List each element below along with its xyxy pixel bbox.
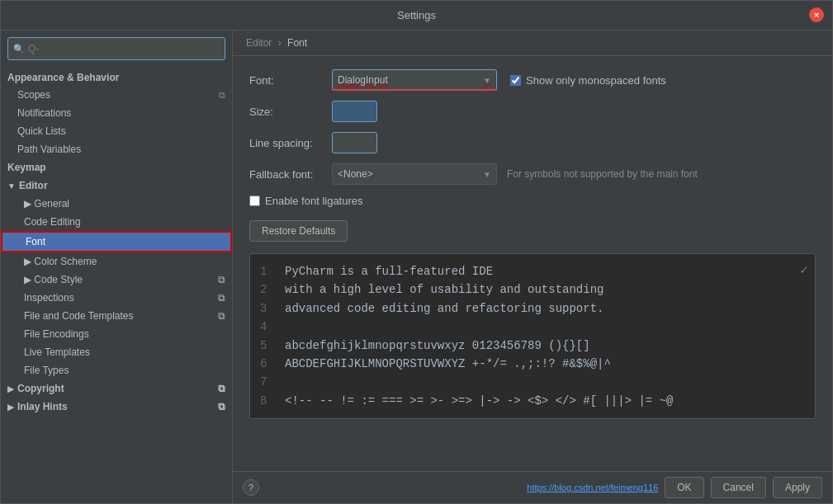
font-underline (332, 89, 497, 91)
settings-dialog: Settings × 🔍 Appearance & Behavior Scope… (0, 0, 833, 504)
sidebar-item-quick-lists[interactable]: Quick Lists (1, 122, 232, 140)
breadcrumb-parent: Editor (246, 37, 272, 49)
sidebar-item-inspections[interactable]: Inspections ⧉ (1, 289, 232, 307)
sidebar-item-path-variables[interactable]: Path Variables (1, 140, 232, 158)
restore-defaults-button[interactable]: Restore Defaults (249, 220, 348, 242)
line-num-3: 3 (260, 299, 277, 318)
search-input[interactable] (28, 43, 220, 54)
font-select-wrapper: DialogInput ▼ (332, 69, 497, 91)
preview-text-3: advanced code editing and refactoring su… (285, 299, 603, 318)
sidebar-item-file-code-templates[interactable]: File and Code Templates ⧉ (1, 307, 232, 325)
sidebar-item-file-encodings[interactable]: File Encodings (1, 325, 232, 343)
monospaced-checkbox[interactable] (510, 75, 521, 86)
font-label: Font: (249, 74, 332, 87)
sidebar-item-copyright[interactable]: ▶ Copyright ⧉ (1, 379, 232, 398)
fallback-label: Fallback font: (249, 168, 332, 181)
preview-line-3: 3 advanced code editing and refactoring … (260, 299, 805, 318)
sidebar-item-keymap[interactable]: Keymap (1, 158, 232, 177)
main-panel: Editor › Font Font: DialogInput ▼ (233, 31, 832, 503)
close-button[interactable]: × (809, 7, 824, 22)
sidebar-item-notifications[interactable]: Notifications (1, 104, 232, 122)
ligatures-checkbox[interactable] (249, 195, 260, 206)
preview-text-6: ABCDEFGHIJKLMNOPQRSTUVWXYZ +-*/= .,;:!? … (285, 355, 611, 373)
cancel-button[interactable]: Cancel (711, 477, 766, 498)
ok-button[interactable]: OK (665, 477, 703, 498)
copy-icon: ⧉ (219, 90, 225, 101)
preview-line-6: 6 ABCDEFGHIJKLMNOPQRSTUVWXYZ +-*/= .,;:!… (260, 355, 805, 373)
sidebar-item-code-style[interactable]: ▶ Code Style ⧉ (1, 271, 232, 289)
bottom-right: https://blog.csdn.net/feimeng116 OK Canc… (527, 477, 822, 498)
size-input[interactable]: 18 (332, 101, 377, 122)
line-num-2: 2 (260, 280, 277, 299)
fallback-note: For symbols not supported by the main fo… (507, 168, 698, 180)
monospaced-row: Show only monospaced fonts (510, 74, 666, 87)
line-num-7: 7 (260, 373, 277, 391)
breadcrumb-current: Font (287, 37, 307, 49)
preview-text-5: abcdefghijklmnopqrstuvwxyz 0123456789 ()… (285, 337, 590, 355)
preview-line-8: 8 <!-- -- != := === >= >- >=> |-> -> <$>… (260, 392, 805, 410)
settings-panel: Font: DialogInput ▼ Show only monospaced… (233, 56, 832, 471)
monospaced-label: Show only monospaced fonts (526, 74, 666, 87)
preview-text-1: PyCharm is a full-featured IDE (285, 262, 493, 280)
inlay-arrow: ▶ (7, 403, 14, 412)
sidebar-item-color-scheme[interactable]: ▶ Color Scheme (1, 252, 232, 271)
font-value: DialogInput (338, 74, 388, 86)
line-spacing-row: Line spacing: 1.2 (249, 132, 816, 153)
copyright-arrow: ▶ (7, 384, 14, 393)
search-box[interactable]: 🔍 (7, 37, 225, 60)
ligatures-label: Enable font ligatures (265, 195, 363, 207)
fallback-value: <None> (338, 168, 373, 180)
csdn-link[interactable]: https://blog.csdn.net/feimeng116 (527, 483, 658, 492)
copy-icon-copyright: ⧉ (218, 383, 225, 394)
copy-icon-file-code: ⧉ (218, 310, 225, 322)
size-label: Size: (249, 106, 332, 118)
search-icon: 🔍 (13, 44, 25, 54)
preview-line-7: 7 (260, 373, 805, 391)
fallback-row: Fallback font: <None> ▼ For symbols not … (249, 163, 816, 185)
line-num-5: 5 (260, 337, 277, 355)
preview-line-2: 2 with a high level of usability and out… (260, 280, 805, 299)
line-num-4: 4 (260, 318, 277, 336)
help-button[interactable]: ? (243, 479, 259, 496)
line-num-6: 6 (260, 355, 277, 373)
copy-icon-code-style: ⧉ (218, 274, 225, 285)
font-row: Font: DialogInput ▼ Show only monospaced… (249, 69, 816, 91)
preview-line-1: 1 PyCharm is a full-featured IDE (260, 262, 805, 280)
appearance-section-header: Appearance & Behavior (1, 67, 232, 86)
sidebar-item-font[interactable]: Font (1, 231, 232, 252)
ligatures-row: Enable font ligatures (249, 195, 816, 207)
sidebar-item-scopes[interactable]: Scopes ⧉ (1, 86, 232, 104)
preview-line-4: 4 (260, 318, 805, 336)
checkmark-icon: ✓ (800, 261, 808, 282)
copy-icon-inlay: ⧉ (218, 401, 225, 412)
size-row: Size: 18 (249, 101, 816, 122)
apply-button[interactable]: Apply (773, 477, 822, 498)
preview-text-2: with a high level of usability and outst… (285, 280, 603, 299)
copy-icon-inspections: ⧉ (218, 292, 225, 304)
fallback-arrow: ▼ (483, 170, 491, 179)
breadcrumb-separator: › (278, 37, 282, 49)
content-area: 🔍 Appearance & Behavior Scopes ⧉ Notific… (1, 31, 832, 503)
sidebar-item-general[interactable]: ▶ General (1, 195, 232, 213)
preview-line-5: 5 abcdefghijklmnopqrstuvwxyz 0123456789 … (260, 337, 805, 355)
sidebar-item-inlay-hints[interactable]: ▶ Inlay Hints ⧉ (1, 398, 232, 416)
preview-area: ✓ 1 PyCharm is a full-featured IDE 2 wit… (249, 253, 816, 419)
sidebar-item-editor[interactable]: ▼ Editor (1, 177, 232, 195)
font-select[interactable]: DialogInput ▼ (332, 69, 497, 91)
line-num-1: 1 (260, 262, 277, 280)
sidebar-item-code-editing[interactable]: Code Editing (1, 213, 232, 231)
line-spacing-label: Line spacing: (249, 137, 332, 149)
editor-arrow: ▼ (7, 181, 16, 191)
preview-text-8: <!-- -- != := === >= >- >=> |-> -> <$> <… (285, 392, 673, 410)
title-bar: Settings × (1, 1, 832, 31)
line-num-8: 8 (260, 392, 277, 410)
breadcrumb: Editor › Font (233, 31, 832, 56)
dialog-title: Settings (397, 9, 436, 21)
font-dropdown-arrow: ▼ (483, 76, 491, 85)
fallback-select[interactable]: <None> ▼ (332, 163, 497, 185)
line-spacing-input[interactable]: 1.2 (332, 132, 377, 153)
bottom-bar: ? https://blog.csdn.net/feimeng116 OK Ca… (233, 471, 832, 503)
sidebar: 🔍 Appearance & Behavior Scopes ⧉ Notific… (1, 31, 233, 503)
sidebar-item-file-types[interactable]: File Types (1, 361, 232, 379)
sidebar-item-live-templates[interactable]: Live Templates (1, 343, 232, 361)
